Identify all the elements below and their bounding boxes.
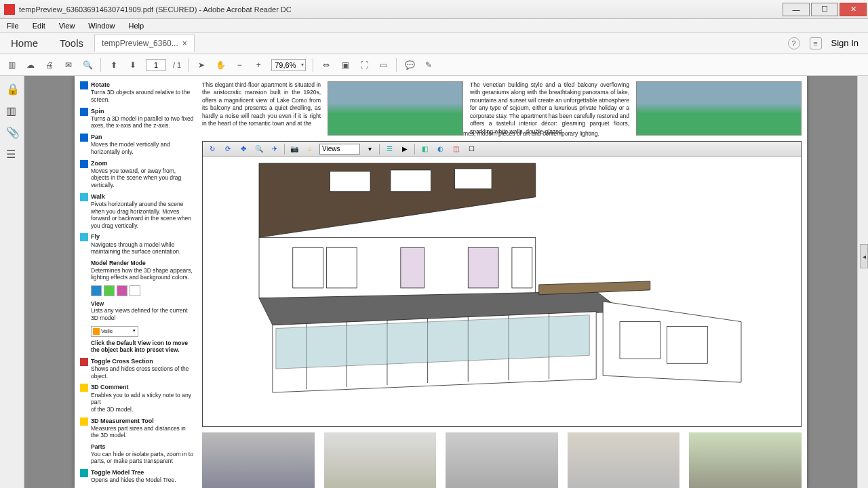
thumb-5 — [689, 432, 802, 488]
v-tree-icon[interactable]: ☰ — [383, 143, 395, 155]
signin-button[interactable]: Sign In — [831, 38, 859, 48]
v-views-label: Views — [322, 145, 340, 152]
h-cross-t: Toggle Cross Section — [91, 358, 195, 365]
desc-right-2: mes, modern pieces of art and contempora… — [463, 130, 802, 137]
settings-icon[interactable]: ≡ — [810, 37, 822, 49]
expand-right-icon[interactable]: ◂ — [860, 244, 868, 268]
measure-icon — [80, 418, 88, 426]
close-button[interactable]: ✕ — [840, 3, 867, 16]
view-select[interactable]: Valle — [91, 326, 138, 337]
v-camera-icon[interactable]: 📷 — [288, 143, 300, 155]
h-comment-d: Enables you to add a sticky note to any … — [91, 392, 191, 406]
pages-panel-icon[interactable]: ▥ — [6, 104, 18, 117]
page-up-icon[interactable]: ⬆ — [108, 59, 120, 71]
h-walk-d: Pivots horizontally around the scene whe… — [91, 201, 191, 229]
layers-icon[interactable]: ☰ — [6, 148, 18, 160]
spin-icon — [80, 108, 88, 116]
svg-rect-21 — [330, 171, 370, 192]
tab-home[interactable]: Home — [0, 33, 49, 53]
v-rotate-icon[interactable]: ↻ — [206, 143, 218, 155]
attachments-icon[interactable]: 📎 — [6, 126, 18, 138]
svg-rect-23 — [454, 169, 492, 189]
v-pan-icon[interactable]: ✥ — [237, 143, 250, 155]
h-fly-d: Navigates through a model while maintain… — [91, 241, 180, 256]
tab-document[interactable]: tempPreview_6360... × — [94, 35, 195, 52]
fit-width-icon[interactable]: ⇔ — [320, 59, 332, 71]
3d-model-canvas[interactable] — [203, 157, 801, 426]
v-play-icon[interactable]: ▶ — [399, 143, 411, 155]
cloud-icon[interactable]: ☁ — [24, 59, 37, 71]
help-column: RotateTurns 3D objects around relative t… — [80, 81, 195, 488]
rotate-icon — [80, 81, 88, 89]
h-tree-d: Opens and hides the Model Tree. — [91, 476, 176, 483]
menu-file[interactable]: File — [0, 22, 26, 30]
svg-rect-19 — [667, 327, 708, 364]
sidebar-toggle-icon[interactable]: ▥ — [5, 59, 18, 71]
v-shaded-icon[interactable]: ◧ — [418, 143, 431, 155]
menu-window[interactable]: Window — [81, 22, 121, 30]
h-pan-t: Pan — [91, 134, 195, 141]
v-spin-icon[interactable]: ⟳ — [222, 143, 234, 155]
mail-icon[interactable]: ✉ — [62, 59, 75, 71]
h-comment-t: 3D Comment — [91, 384, 195, 391]
zoom-in-icon[interactable]: + — [252, 59, 264, 71]
h-measure-d: Measures part sizes and distances in the… — [91, 425, 186, 439]
maximize-button[interactable]: ☐ — [811, 3, 838, 16]
h-render-d: Determines how the 3D shape appears, lig… — [91, 267, 193, 281]
h-defaultview: Click the Default View icon to move the … — [91, 340, 188, 354]
tab-tools[interactable]: Tools — [49, 33, 94, 53]
zoom-select[interactable]: 79,6% — [271, 59, 306, 71]
zoom-out-icon[interactable]: − — [233, 59, 245, 71]
h-pan-d: Moves the model vertically and horizonta… — [91, 141, 170, 155]
h-zoom-t: Zoom — [91, 160, 195, 167]
fit-page-icon[interactable]: ▣ — [339, 59, 351, 71]
pan-icon — [80, 134, 88, 142]
zoom-help-icon — [80, 160, 88, 168]
h-walk-t: Walk — [91, 193, 195, 201]
v-home-icon[interactable]: ⌂ — [304, 143, 316, 155]
3d-toolbar: ↻ ⟳ ✥ 🔍 ✈ 📷 ⌂ Views ▾ ☰ ▶ — [203, 142, 801, 157]
print-icon[interactable]: 🖨 — [43, 59, 56, 71]
svg-rect-5 — [468, 247, 498, 288]
page-down-icon[interactable]: ⬇ — [127, 59, 139, 71]
h-comment-d2: of the 3D model. — [91, 406, 133, 413]
v-cross-icon[interactable]: ◫ — [450, 143, 462, 155]
fullscreen-icon[interactable]: ⛶ — [358, 59, 370, 71]
sign-icon[interactable]: ✎ — [422, 59, 435, 71]
comment3d-icon — [80, 384, 88, 392]
v-views-select[interactable]: Views — [319, 144, 360, 155]
hand-icon[interactable]: ✋ — [214, 59, 226, 71]
menu-view[interactable]: View — [52, 22, 82, 30]
h-cross-d: Shows and hides cross sections of the ob… — [91, 365, 189, 380]
lock-icon[interactable]: 🔒 — [6, 83, 18, 95]
menu-help[interactable]: Help — [121, 22, 151, 30]
help-icon[interactable]: ? — [788, 37, 800, 49]
v-chevron-down-icon[interactable]: ▾ — [363, 143, 376, 155]
tab-close-icon[interactable]: × — [182, 39, 187, 48]
read-mode-icon[interactable]: ▭ — [377, 59, 389, 71]
scrollbar[interactable] — [857, 76, 868, 488]
h-spin-t: Spin — [91, 108, 195, 115]
thumb-4 — [568, 432, 680, 488]
v-fly-icon[interactable]: ✈ — [269, 143, 281, 155]
h-view-t: View — [91, 300, 104, 307]
zoom-value: 79,6% — [275, 61, 296, 69]
3d-viewer[interactable]: ↻ ⟳ ✥ 🔍 ✈ 📷 ⌂ Views ▾ ☰ ▶ — [202, 141, 802, 427]
minimize-button[interactable]: — — [783, 3, 810, 16]
render-mode-buttons[interactable] — [91, 285, 195, 296]
h-tree-t: Toggle Model Tree — [91, 469, 176, 476]
photo-top-right — [636, 81, 802, 136]
modeltree-icon — [80, 469, 88, 477]
search-icon[interactable]: 🔍 — [81, 59, 94, 71]
view-select-value: Valle — [101, 328, 113, 335]
toolbar: ▥ ☁ 🖨 ✉ 🔍 ⬆ ⬇ / 1 ➤ ✋ − + 79,6% ⇔ ▣ ⛶ ▭ … — [0, 54, 868, 76]
menu-edit[interactable]: Edit — [26, 22, 52, 30]
comment-icon[interactable]: 💬 — [403, 59, 416, 71]
pointer-icon[interactable]: ➤ — [195, 59, 208, 71]
thumb-2 — [324, 432, 437, 488]
page-number-input[interactable] — [146, 59, 166, 71]
v-light-icon[interactable]: ◐ — [434, 143, 446, 155]
v-zoom-icon[interactable]: 🔍 — [253, 143, 265, 155]
v-box-icon[interactable]: ☐ — [465, 143, 477, 155]
desc-right: The Venetian building style and a tiled … — [470, 81, 629, 136]
